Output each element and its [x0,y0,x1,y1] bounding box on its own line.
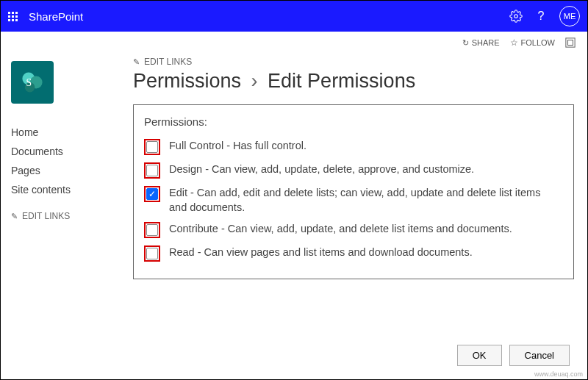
svg-point-0 [514,15,518,18]
page-actions: ↻ SHARE ☆ FOLLOW [1,32,587,54]
breadcrumb-separator: › [251,70,258,92]
permission-label: Contribute - Can view, add, update, and … [169,222,560,237]
sidebar-item-home[interactable]: Home [11,123,115,142]
gear-icon[interactable] [509,10,523,23]
checkbox-read[interactable] [146,248,158,259]
share-button[interactable]: ↻ SHARE [462,38,500,48]
checkbox-design[interactable] [146,165,158,176]
checkbox-highlight [144,245,160,262]
permission-row-read: Read - Can view pages and list items and… [144,242,560,265]
checkbox-highlight [144,186,160,202]
sidebar-nav: Home Documents Pages Site contents [11,123,115,199]
suite-header: SharePoint ? ME [1,1,587,32]
sidebar-edit-links-label: EDIT LINKS [22,211,70,221]
app-launcher-icon[interactable] [8,12,18,21]
share-icon: ↻ [462,38,469,48]
follow-button[interactable]: ☆ FOLLOW [510,37,555,48]
checkbox-highlight [144,139,160,155]
watermark: www.deuaq.com [534,370,583,378]
pencil-icon: ✎ [133,57,140,67]
help-icon[interactable]: ? [534,10,548,23]
permission-row-edit: Edit - Can add, edit and delete lists; c… [144,182,560,218]
main-content: ✎ EDIT LINKS Permissions › Edit Permissi… [126,54,587,279]
sidebar: S Home Documents Pages Site contents ✎ E… [1,54,126,279]
permission-row-full-control: Full Control - Has full control. [144,135,560,159]
brand-name[interactable]: SharePoint [29,10,83,23]
svg-text:S: S [26,77,32,88]
ok-button[interactable]: OK [457,345,502,366]
checkbox-highlight [144,222,160,238]
pencil-icon: ✎ [11,212,18,221]
follow-label: FOLLOW [521,38,555,47]
top-edit-links[interactable]: ✎ EDIT LINKS [133,57,574,67]
checkbox-edit[interactable] [146,188,158,200]
permission-row-contribute: Contribute - Can view, add, update, and … [144,218,560,242]
focus-icon[interactable] [565,37,576,48]
permissions-panel: Permissions: Full Control - Has full con… [133,104,574,279]
cancel-button[interactable]: Cancel [509,345,570,366]
permission-label: Read - Can view pages and list items and… [169,245,560,260]
dialog-footer: OK Cancel [457,345,570,366]
site-logo[interactable]: S [11,61,54,104]
checkbox-contribute[interactable] [146,224,158,236]
topbar-right: ? ME [509,6,580,26]
permission-label: Design - Can view, add, update, delete, … [169,162,560,177]
avatar[interactable]: ME [559,6,580,26]
sidebar-item-documents[interactable]: Documents [11,142,115,161]
breadcrumb: Permissions › Edit Permissions [133,70,574,93]
permission-row-design: Design - Can view, add, update, delete, … [144,159,560,182]
panel-title: Permissions: [144,115,560,128]
permission-label: Full Control - Has full control. [169,139,560,154]
share-label: SHARE [472,38,500,47]
page-body: S Home Documents Pages Site contents ✎ E… [1,54,587,279]
breadcrumb-root[interactable]: Permissions [133,70,241,92]
sidebar-item-pages[interactable]: Pages [11,161,115,180]
svg-rect-2 [568,40,573,46]
sidebar-edit-links[interactable]: ✎ EDIT LINKS [11,211,115,221]
checkbox-highlight [144,162,160,179]
sidebar-item-site-contents[interactable]: Site contents [11,180,115,199]
checkbox-full-control[interactable] [146,141,158,153]
top-edit-links-label: EDIT LINKS [144,57,192,67]
breadcrumb-current: Edit Permissions [268,70,415,92]
star-icon: ☆ [510,37,518,48]
svg-rect-1 [566,38,575,47]
permissions-list: Full Control - Has full control. Design … [144,135,560,265]
permission-label: Edit - Can add, edit and delete lists; c… [169,186,560,215]
